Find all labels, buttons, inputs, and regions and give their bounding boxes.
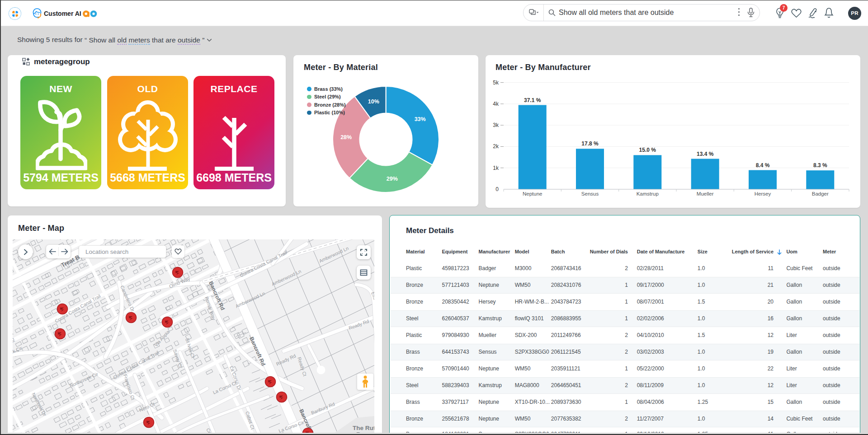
svg-text:3k: 3k [493,122,499,128]
svg-text:The Ruth: The Ruth [353,425,374,431]
svg-text:Neptune: Neptune [523,191,542,196]
svg-text:Mueller: Mueller [697,191,714,196]
svg-text:33%: 33% [415,116,426,122]
svg-text:Hersey: Hersey [755,191,771,196]
svg-text:Badger: Badger [812,191,829,196]
svg-text:17.8 %: 17.8 % [581,140,599,147]
svg-text:1k: 1k [493,165,499,171]
svg-text:4k: 4k [493,101,499,107]
svg-text:28%: 28% [340,134,352,140]
svg-text:8.3 %: 8.3 % [813,162,827,168]
svg-text:15.0 %: 15.0 % [639,147,656,153]
svg-text:Sensus: Sensus [581,191,599,196]
svg-text:8.4 %: 8.4 % [756,162,770,168]
svg-text:0: 0 [495,186,499,192]
svg-text:5k: 5k [493,80,499,86]
svg-text:37.1 %: 37.1 % [524,97,541,103]
svg-text:29%: 29% [387,176,398,182]
svg-text:10%: 10% [368,98,379,105]
svg-text:2k: 2k [493,143,499,150]
svg-text:13.4 %: 13.4 % [697,151,714,157]
svg-text:Kamstrup: Kamstrup [637,191,659,196]
